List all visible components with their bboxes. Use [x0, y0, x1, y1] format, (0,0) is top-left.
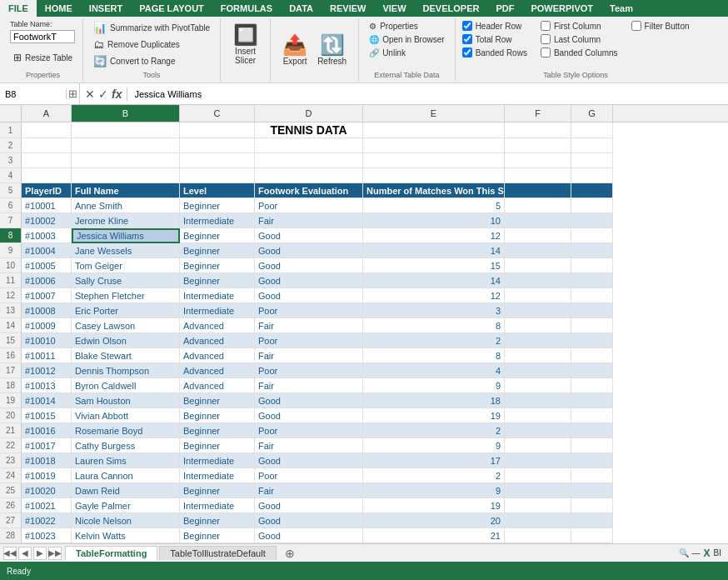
- cell-r15-c1[interactable]: Edwin Olson: [72, 333, 180, 348]
- cell-r2-c3[interactable]: [255, 138, 363, 153]
- filter-button-option[interactable]: Filter Button: [631, 21, 690, 31]
- cell-r1-c4[interactable]: [363, 122, 505, 138]
- cell-r12-c3[interactable]: Good: [255, 288, 363, 303]
- cell-r3-c1[interactable]: [72, 153, 180, 168]
- cell-r5-c0[interactable]: PlayerID: [22, 183, 72, 198]
- cell-r26-c5[interactable]: [505, 498, 571, 513]
- cell-r13-c4[interactable]: 3: [363, 303, 505, 318]
- cell-r27-c3[interactable]: Good: [255, 513, 363, 528]
- col-header-f[interactable]: F: [505, 105, 571, 122]
- banded-columns-option[interactable]: Banded Columns: [541, 48, 618, 58]
- tab-file[interactable]: FILE: [0, 0, 37, 17]
- filter-button-checkbox[interactable]: [631, 21, 641, 31]
- cell-r16-c0[interactable]: #10011: [22, 348, 72, 363]
- cell-r23-c0[interactable]: #10018: [22, 453, 72, 468]
- cell-r28-c2[interactable]: Beginner: [180, 528, 255, 543]
- cell-r10-c1[interactable]: Tom Geiger: [72, 258, 180, 273]
- tab-formulas[interactable]: FORMULAS: [212, 0, 281, 17]
- cell-r25-c1[interactable]: Dawn Reid: [72, 483, 180, 498]
- cell-r27-c4[interactable]: 20: [363, 513, 505, 528]
- cell-r17-c1[interactable]: Dennis Thompson: [72, 363, 180, 378]
- cell-r4-c3[interactable]: [255, 168, 363, 183]
- unlink-btn[interactable]: 🔗 Unlink: [366, 47, 409, 59]
- cell-r27-c2[interactable]: Beginner: [180, 513, 255, 528]
- cell-r12-c6[interactable]: [571, 288, 613, 303]
- first-column-checkbox[interactable]: [541, 21, 551, 31]
- cell-r4-c6[interactable]: [571, 168, 613, 183]
- cell-r10-c6[interactable]: [571, 258, 613, 273]
- cell-r8-c2[interactable]: Beginner: [180, 228, 255, 243]
- cell-r13-c1[interactable]: Eric Porter: [72, 303, 180, 318]
- cell-r3-c2[interactable]: [180, 153, 255, 168]
- cell-r28-c1[interactable]: Kelvin Watts: [72, 528, 180, 543]
- cell-r19-c4[interactable]: 18: [363, 393, 505, 408]
- first-column-option[interactable]: First Column: [541, 21, 618, 31]
- cell-r14-c6[interactable]: [571, 318, 613, 333]
- cell-r5-c3[interactable]: Footwork Evaluation: [255, 183, 363, 198]
- banded-rows-option[interactable]: Banded Rows: [462, 48, 527, 58]
- cell-r17-c5[interactable]: [505, 363, 571, 378]
- cell-r26-c4[interactable]: 19: [363, 498, 505, 513]
- cell-r17-c3[interactable]: Poor: [255, 363, 363, 378]
- cell-r15-c6[interactable]: [571, 333, 613, 348]
- cell-r9-c0[interactable]: #10004: [22, 243, 72, 258]
- cell-r7-c6[interactable]: [571, 213, 613, 228]
- cell-r5-c2[interactable]: Level: [180, 183, 255, 198]
- cell-r21-c6[interactable]: [571, 423, 613, 438]
- cell-r22-c0[interactable]: #10017: [22, 438, 72, 453]
- cell-r14-c4[interactable]: 8: [363, 318, 505, 333]
- cell-r16-c4[interactable]: 8: [363, 348, 505, 363]
- cell-r4-c5[interactable]: [505, 168, 571, 183]
- cell-r22-c3[interactable]: Fair: [255, 438, 363, 453]
- col-header-d[interactable]: D: [255, 105, 363, 122]
- cell-r21-c5[interactable]: [505, 423, 571, 438]
- cell-r3-c0[interactable]: [22, 153, 72, 168]
- cell-r24-c4[interactable]: 2: [363, 468, 505, 483]
- cell-r15-c5[interactable]: [505, 333, 571, 348]
- cell-r19-c1[interactable]: Sam Houston: [72, 393, 180, 408]
- cell-r14-c1[interactable]: Casey Lawson: [72, 318, 180, 333]
- cell-r20-c5[interactable]: [505, 408, 571, 423]
- cell-r11-c6[interactable]: [571, 273, 613, 288]
- cell-r18-c1[interactable]: Byron Caldwell: [72, 378, 180, 393]
- tab-home[interactable]: HOME: [37, 0, 81, 17]
- cell-r21-c0[interactable]: #10016: [22, 423, 72, 438]
- cell-r21-c1[interactable]: Rosemarie Boyd: [72, 423, 180, 438]
- cell-r25-c0[interactable]: #10020: [22, 483, 72, 498]
- cell-r2-c4[interactable]: [363, 138, 505, 153]
- cancel-formula-icon[interactable]: ✕: [85, 88, 95, 101]
- col-header-g[interactable]: G: [571, 105, 613, 122]
- cell-r2-c2[interactable]: [180, 138, 255, 153]
- cell-r10-c0[interactable]: #10005: [22, 258, 72, 273]
- cell-r6-c6[interactable]: [571, 198, 613, 213]
- cell-r5-c6[interactable]: [571, 183, 613, 198]
- cell-r16-c6[interactable]: [571, 348, 613, 363]
- cell-r4-c1[interactable]: [72, 168, 180, 183]
- cell-r24-c5[interactable]: [505, 468, 571, 483]
- cell-r23-c1[interactable]: Lauren Sims: [72, 453, 180, 468]
- resize-table-btn[interactable]: ⊞ Resize Table: [10, 50, 76, 65]
- cell-r27-c0[interactable]: #10022: [22, 513, 72, 528]
- banded-rows-checkbox[interactable]: [462, 48, 472, 58]
- cell-r22-c2[interactable]: Beginner: [180, 438, 255, 453]
- cell-r7-c1[interactable]: Jerome Kline: [72, 213, 180, 228]
- cell-r9-c4[interactable]: 14: [363, 243, 505, 258]
- cell-r11-c2[interactable]: Beginner: [180, 273, 255, 288]
- cell-r12-c0[interactable]: #10007: [22, 288, 72, 303]
- cell-r9-c2[interactable]: Beginner: [180, 243, 255, 258]
- cell-r23-c3[interactable]: Good: [255, 453, 363, 468]
- cell-r8-c1[interactable]: Jessica Williams: [72, 228, 180, 243]
- col-header-a[interactable]: A: [22, 105, 72, 122]
- cell-r6-c3[interactable]: Poor: [255, 198, 363, 213]
- tab-pdf[interactable]: PDF: [487, 0, 522, 17]
- cell-r3-c5[interactable]: [505, 153, 571, 168]
- tab-powerpivot[interactable]: POWERPIVOT: [522, 0, 601, 17]
- sheet-tab-formatting[interactable]: TableFormatting: [65, 546, 157, 561]
- cell-r26-c2[interactable]: Intermediate: [180, 498, 255, 513]
- cell-r22-c4[interactable]: 9: [363, 438, 505, 453]
- refresh-btn[interactable]: 🔃 Refresh: [312, 30, 352, 69]
- sheet-nav-last[interactable]: ▶▶: [48, 547, 62, 560]
- cell-reference-box[interactable]: B8: [0, 89, 67, 99]
- cell-r20-c4[interactable]: 19: [363, 408, 505, 423]
- cell-r12-c5[interactable]: [505, 288, 571, 303]
